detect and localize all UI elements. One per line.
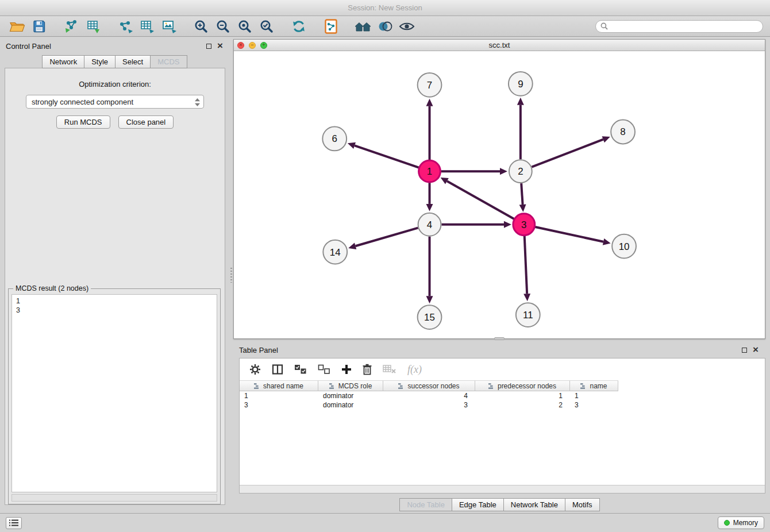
window-close-button[interactable]: × xyxy=(237,42,244,49)
show-columns-button[interactable] xyxy=(272,364,283,375)
table-settings-button[interactable] xyxy=(249,364,261,375)
column-header-successor-nodes[interactable]: successor nodes xyxy=(383,380,475,391)
graph-node-10[interactable]: 10 xyxy=(612,234,636,259)
export-table-button[interactable] xyxy=(137,18,157,35)
task-history-button[interactable] xyxy=(6,517,22,529)
graph-edge[interactable] xyxy=(441,178,514,219)
graph-node-8[interactable]: 8 xyxy=(611,120,635,144)
result-scrollbar[interactable] xyxy=(11,494,217,502)
window-zoom-button[interactable]: + xyxy=(260,42,267,49)
close-panel-button2[interactable]: Close panel xyxy=(118,115,174,129)
tab-network-table[interactable]: Network Table xyxy=(503,498,565,511)
graph-edge[interactable] xyxy=(426,99,433,160)
tab-style[interactable]: Style xyxy=(84,55,116,68)
column-header-mcds-role[interactable]: MCDS role xyxy=(318,380,383,391)
graph-edge[interactable] xyxy=(426,183,433,211)
graph-node-9[interactable]: 9 xyxy=(509,72,533,96)
graph-node-14[interactable]: 14 xyxy=(323,240,347,264)
column-header-name[interactable]: name xyxy=(570,380,618,391)
delete-column-button[interactable] xyxy=(363,364,372,375)
tab-edge-table[interactable]: Edge Table xyxy=(452,498,504,511)
table-row[interactable]: 3dominator323 xyxy=(240,400,765,410)
graph-edge[interactable] xyxy=(519,183,526,212)
tab-motifs[interactable]: Motifs xyxy=(565,498,600,511)
export-image-button[interactable] xyxy=(159,18,179,35)
graph-edge[interactable] xyxy=(517,98,524,160)
close-panel-button[interactable]: × xyxy=(217,43,223,49)
import-table-button[interactable] xyxy=(83,18,103,35)
criterion-select[interactable]: strongly connected component xyxy=(26,95,204,109)
mcds-result-list[interactable]: 1 3 xyxy=(11,294,217,492)
run-mcds-button[interactable]: Run MCDS xyxy=(56,115,110,129)
graph-node-11[interactable]: 11 xyxy=(516,303,540,327)
graph-edge[interactable] xyxy=(441,221,511,228)
zoom-out-button[interactable] xyxy=(213,18,233,35)
graph-edge[interactable] xyxy=(348,228,418,249)
panel-splitter[interactable] xyxy=(229,37,233,513)
float-table-panel-button[interactable] xyxy=(742,348,747,353)
deselect-all-columns-button[interactable] xyxy=(318,364,330,375)
ndex-home-button[interactable] xyxy=(353,18,374,35)
network-window-titlebar[interactable]: scc.txt × − + xyxy=(234,40,765,51)
zoom-selected-button[interactable] xyxy=(256,18,277,35)
function-builder-button[interactable]: f(x) xyxy=(407,364,422,376)
window-titlebar[interactable]: Session: New Session xyxy=(0,0,770,16)
table-horizontal-scrollbar[interactable] xyxy=(240,485,765,493)
table-cell[interactable]: 1 xyxy=(240,392,318,400)
graph-edge[interactable] xyxy=(441,168,507,175)
create-column-button[interactable] xyxy=(341,364,352,375)
tab-select[interactable]: Select xyxy=(115,55,151,68)
table-cell[interactable]: 4 xyxy=(383,392,475,400)
open-session-button[interactable] xyxy=(7,18,28,35)
graph-node-2[interactable]: 2 xyxy=(509,160,532,183)
graph-node-6[interactable]: 6 xyxy=(322,127,346,151)
table-cell[interactable]: dominator xyxy=(318,401,383,409)
style-preview-button[interactable] xyxy=(375,18,395,35)
table-header-row: shared nameMCDS rolesuccessor nodesprede… xyxy=(240,380,765,391)
export-network-button[interactable] xyxy=(115,18,136,35)
table-cell[interactable]: 3 xyxy=(383,401,475,409)
tab-node-table[interactable]: Node Table xyxy=(399,498,452,511)
graph-node-1[interactable]: 1 xyxy=(419,160,441,182)
graph-edge[interactable] xyxy=(532,136,610,167)
zoom-in-button[interactable] xyxy=(191,18,211,35)
table-cell[interactable]: 2 xyxy=(475,401,570,409)
table-cell[interactable]: 1 xyxy=(475,392,570,400)
memory-button[interactable]: Memory xyxy=(718,516,764,529)
table-row[interactable]: 1dominator411 xyxy=(240,391,765,400)
graph-node-label: 7 xyxy=(427,80,432,91)
graph-node-15[interactable]: 15 xyxy=(418,305,442,329)
graph-node-4[interactable]: 4 xyxy=(418,213,441,236)
graph-edge[interactable] xyxy=(426,237,433,303)
table-cell[interactable]: dominator xyxy=(318,392,383,400)
table-cell[interactable]: 3 xyxy=(570,401,618,409)
open-network-file-button[interactable] xyxy=(321,18,341,35)
graph-edge[interactable] xyxy=(535,227,610,245)
splitter-handle[interactable] xyxy=(494,337,505,340)
table-cell[interactable]: 1 xyxy=(570,392,618,400)
import-network-button[interactable] xyxy=(61,18,82,35)
table-cell[interactable]: 3 xyxy=(240,401,318,409)
float-panel-button[interactable] xyxy=(206,44,211,49)
window-minimize-button[interactable]: − xyxy=(249,42,256,49)
select-all-columns-button[interactable] xyxy=(294,364,307,375)
tab-mcds[interactable]: MCDS xyxy=(150,55,187,68)
network-canvas[interactable]: 7968124314101511 xyxy=(234,51,765,338)
show-hide-graphics-button[interactable] xyxy=(396,18,417,35)
graph-node-7[interactable]: 7 xyxy=(418,73,442,97)
close-table-panel-button[interactable]: × xyxy=(753,347,759,353)
zoom-fit-button[interactable] xyxy=(234,18,255,35)
search-input[interactable] xyxy=(611,22,758,30)
tab-network[interactable]: Network xyxy=(42,55,84,68)
main-toolbar xyxy=(0,16,770,37)
graph-edge[interactable] xyxy=(523,236,530,302)
refresh-button[interactable] xyxy=(288,18,309,35)
search-field[interactable] xyxy=(595,20,763,33)
save-session-button[interactable] xyxy=(29,18,49,35)
mcds-result-title: MCDS result (2 nodes) xyxy=(13,284,91,292)
column-header-shared-name[interactable]: shared name xyxy=(240,380,318,391)
graph-edge[interactable] xyxy=(348,142,419,168)
graph-node-3[interactable]: 3 xyxy=(513,214,535,236)
column-header-predecessor-nodes[interactable]: predecessor nodes xyxy=(475,380,570,391)
delete-table-button[interactable] xyxy=(383,364,396,375)
